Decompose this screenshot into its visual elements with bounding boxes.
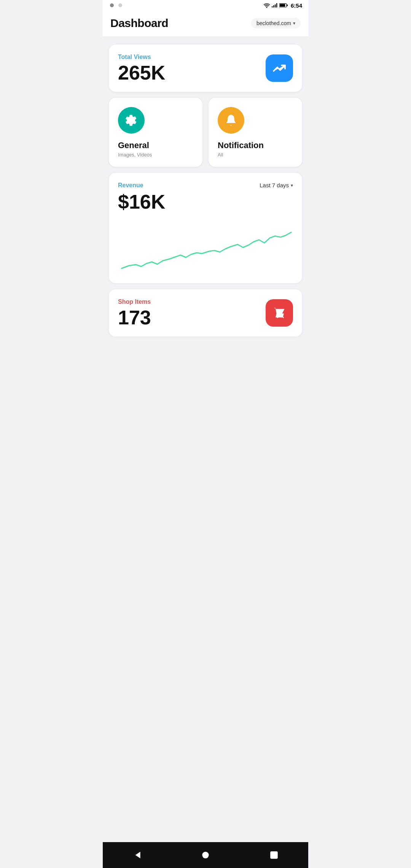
total-views-label: Total Views xyxy=(118,54,165,61)
site-selector[interactable]: beclothed.com ▾ xyxy=(251,18,301,29)
general-icon-circle xyxy=(118,107,145,134)
notification-title: Notification xyxy=(218,140,293,150)
battery-icon xyxy=(279,3,288,8)
revenue-card: Revenue Last 7 days ▾ $16K xyxy=(109,173,302,283)
svg-rect-5 xyxy=(276,3,277,7)
nav-back-button[interactable] xyxy=(129,847,145,863)
nav-home-button[interactable] xyxy=(198,847,213,863)
revenue-line-chart xyxy=(118,221,293,274)
time-selector-chevron: ▾ xyxy=(291,183,293,188)
settings-icon xyxy=(125,114,138,127)
shop-items-card: Shop Items 173 xyxy=(109,289,302,337)
time-display: 6:54 xyxy=(291,2,302,9)
status-bar: 6:54 xyxy=(103,0,308,11)
svg-rect-12 xyxy=(271,852,277,858)
shop-icon xyxy=(272,306,286,320)
svg-point-9 xyxy=(230,115,232,116)
revenue-value: $16K xyxy=(118,190,293,213)
status-icons: 6:54 xyxy=(263,2,302,9)
two-col-section: General Images, Videos Notification All xyxy=(109,98,302,167)
bell-icon xyxy=(225,114,237,127)
notification-icon-status xyxy=(109,3,115,8)
site-selector-label: beclothed.com xyxy=(256,20,291,26)
page-title: Dashboard xyxy=(110,17,168,30)
time-selector-label: Last 7 days xyxy=(260,182,289,188)
trending-up-icon xyxy=(272,61,286,75)
total-views-card: Total Views 265K xyxy=(109,45,302,92)
circle-icon-status xyxy=(117,3,123,8)
wifi-icon xyxy=(263,3,270,8)
square-icon xyxy=(269,850,279,860)
total-views-info: Total Views 265K xyxy=(118,54,165,83)
total-views-icon-circle[interactable] xyxy=(266,54,293,82)
total-views-value: 265K xyxy=(118,63,165,83)
shop-items-label: Shop Items xyxy=(118,298,151,305)
general-title: General xyxy=(118,140,193,150)
svg-point-11 xyxy=(202,852,209,858)
revenue-header: Revenue Last 7 days ▾ xyxy=(118,182,293,189)
home-circle-icon xyxy=(201,850,210,860)
nav-recents-button[interactable] xyxy=(266,847,282,863)
svg-point-1 xyxy=(118,3,122,7)
nav-bar xyxy=(103,842,308,868)
svg-point-0 xyxy=(110,3,114,7)
back-icon xyxy=(132,850,142,860)
shop-items-icon-circle[interactable] xyxy=(266,299,293,327)
signal-icon xyxy=(272,3,278,8)
general-card[interactable]: General Images, Videos xyxy=(109,98,202,167)
revenue-label: Revenue xyxy=(118,182,143,189)
revenue-chart xyxy=(118,221,293,274)
notification-card[interactable]: Notification All xyxy=(209,98,302,167)
notification-subtitle: All xyxy=(218,152,293,158)
svg-rect-4 xyxy=(275,5,276,8)
svg-rect-7 xyxy=(280,4,285,6)
notification-icon-circle xyxy=(218,107,244,134)
time-selector[interactable]: Last 7 days ▾ xyxy=(260,182,293,188)
shop-items-info: Shop Items 173 xyxy=(118,298,151,327)
shop-items-value: 173 xyxy=(118,308,151,327)
svg-marker-10 xyxy=(135,852,140,858)
svg-rect-8 xyxy=(287,5,288,6)
app-header: Dashboard beclothed.com ▾ xyxy=(103,11,308,37)
general-subtitle: Images, Videos xyxy=(118,152,193,158)
main-content: Total Views 265K General Images, Videos xyxy=(103,37,308,375)
svg-rect-2 xyxy=(272,6,272,7)
svg-rect-3 xyxy=(273,5,274,8)
site-selector-chevron: ▾ xyxy=(293,21,295,26)
